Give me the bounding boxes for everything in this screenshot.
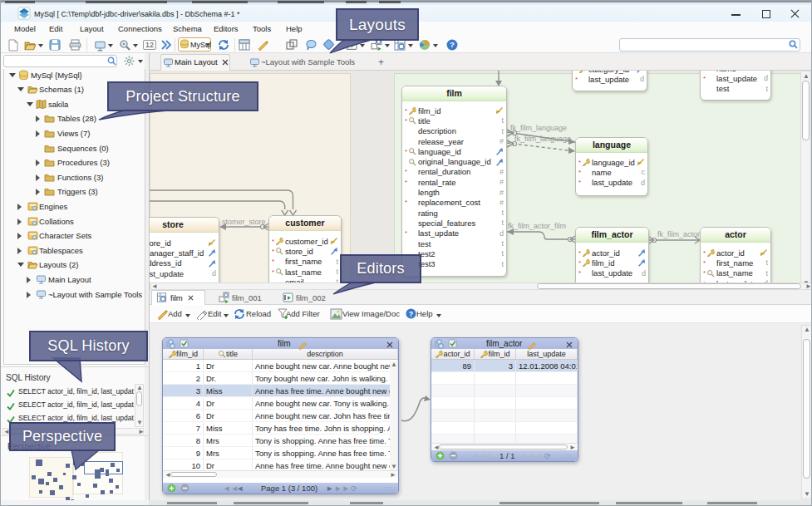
svg-text:fk_film_actor_film: fk_film_actor_film	[508, 222, 566, 230]
svg-text:stomer_store: stomer_store	[222, 218, 266, 226]
svg-text:fk_film_language: fk_film_language	[510, 124, 567, 132]
svg-text:fk_film_actor: fk_film_actor	[657, 230, 700, 238]
svg-text:fk_film_language: fk_film_language	[514, 135, 571, 143]
